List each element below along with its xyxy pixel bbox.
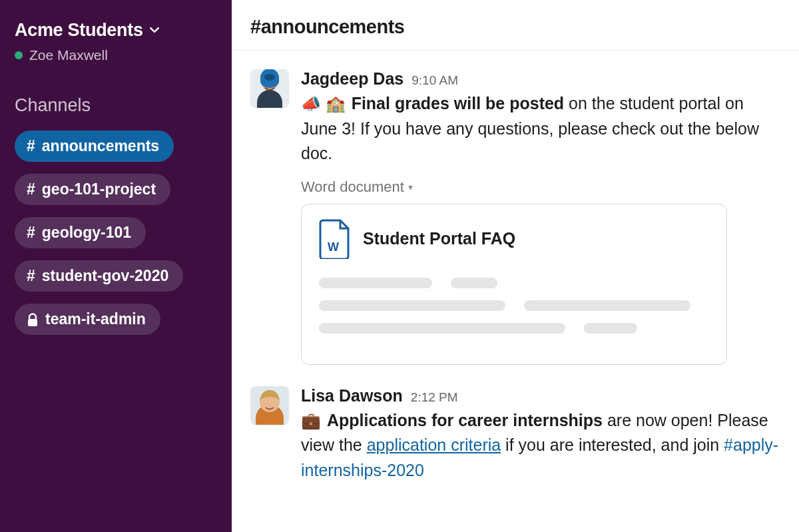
attachment-kind-label: Word document (301, 178, 404, 196)
channel-label: geo-101-project (42, 180, 156, 198)
user-presence[interactable]: Zoe Maxwell (15, 47, 217, 63)
channels-section-title: Channels (15, 95, 217, 116)
workspace-name: Acme Students (15, 20, 143, 41)
current-user-name: Zoe Maxwell (29, 47, 108, 63)
message-text: 📣 🏫 Final grades will be posted on the s… (301, 91, 780, 166)
hash-icon: # (27, 137, 35, 155)
main-panel: #announcements Jagdeep Das 9:10 AM (232, 0, 799, 532)
message-list: Jagdeep Das 9:10 AM 📣 🏫 Final grades wil… (232, 51, 799, 504)
message-author[interactable]: Lisa Dawson (301, 386, 403, 405)
avatar[interactable] (250, 386, 289, 425)
sidebar: Acme Students Zoe Maxwell Channels # ann… (0, 0, 232, 532)
svg-point-3 (264, 74, 275, 81)
channel-header: #announcements (232, 0, 799, 51)
hash-icon: # (27, 180, 35, 198)
briefcase-emoji-icon: 💼 (301, 411, 321, 429)
channel-list: # announcements # geo-101-project # geol… (15, 131, 217, 347)
message-text-part: if you are interested, and join (501, 435, 724, 454)
attachment-title: Student Portal FAQ (363, 229, 515, 248)
attachment-kind-toggle[interactable]: Word document ▾ (301, 178, 413, 196)
channel-label: announcements (42, 137, 159, 155)
sidebar-item-geo-101-project[interactable]: # geo-101-project (15, 174, 170, 205)
presence-active-icon (15, 51, 23, 59)
caret-down-icon: ▾ (408, 182, 413, 192)
megaphone-emoji-icon: 📣 🏫 (301, 95, 346, 113)
lock-icon (27, 313, 39, 326)
sidebar-item-student-gov-2020[interactable]: # student-gov-2020 (15, 260, 183, 292)
sidebar-item-announcements[interactable]: # announcements (15, 131, 174, 162)
message: Jagdeep Das 9:10 AM 📣 🏫 Final grades wil… (250, 69, 780, 365)
workspace-switcher[interactable]: Acme Students (15, 20, 217, 41)
sidebar-item-geology-101[interactable]: # geology-101 (15, 217, 146, 248)
message-timestamp: 9:10 AM (411, 73, 458, 88)
avatar[interactable] (250, 69, 289, 108)
attachment-card[interactable]: W Student Portal FAQ (301, 204, 727, 365)
word-document-icon: W (319, 219, 351, 259)
attachment-preview-placeholder (319, 278, 709, 334)
channel-label: geology-101 (42, 224, 131, 242)
message-timestamp: 2:12 PM (411, 390, 458, 405)
channel-title: #announcements (250, 16, 780, 38)
svg-text:W: W (328, 240, 339, 254)
message-author[interactable]: Jagdeep Das (301, 69, 403, 89)
message-bold-lead: Final grades will be posted (352, 94, 565, 113)
message: Lisa Dawson 2:12 PM 💼 Applications for c… (250, 386, 780, 483)
chevron-down-icon (150, 25, 159, 37)
sidebar-item-team-it-admin[interactable]: team-it-admin (15, 304, 160, 335)
message-text: 💼 Applications for career internships ar… (301, 408, 780, 483)
channel-label: team-it-admin (45, 310, 146, 328)
channel-label: student-gov-2020 (42, 267, 168, 285)
hash-icon: # (27, 267, 35, 285)
application-criteria-link[interactable]: application criteria (367, 435, 501, 454)
hash-icon: # (27, 224, 35, 242)
svg-rect-0 (28, 319, 37, 326)
message-bold-lead: Applications for career internships (327, 411, 603, 429)
